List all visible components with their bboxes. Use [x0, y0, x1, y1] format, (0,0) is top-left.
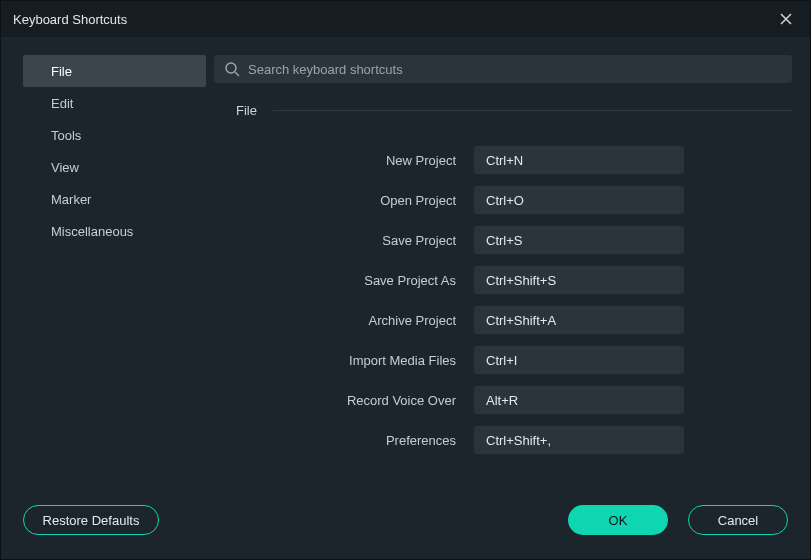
sidebar-item-label: View: [51, 160, 79, 175]
shortcut-row: Record Voice OverAlt+R: [214, 386, 792, 414]
sidebar-item-label: File: [51, 64, 72, 79]
shortcut-input[interactable]: Ctrl+O: [474, 186, 684, 214]
section-title: File: [236, 103, 273, 118]
shortcut-row: Open ProjectCtrl+O: [214, 186, 792, 214]
shortcut-input[interactable]: Ctrl+Shift+S: [474, 266, 684, 294]
sidebar-item-label: Edit: [51, 96, 73, 111]
shortcut-value: Ctrl+S: [486, 233, 522, 248]
shortcut-scroll-area: File New ProjectCtrl+NOpen ProjectCtrl+O…: [214, 103, 792, 489]
restore-defaults-label: Restore Defaults: [43, 513, 140, 528]
svg-line-1: [235, 72, 239, 76]
sidebar-item-edit[interactable]: Edit: [23, 87, 206, 119]
search-icon: [224, 61, 240, 77]
shortcut-value: Ctrl+Shift+S: [486, 273, 556, 288]
shortcut-row: Save ProjectCtrl+S: [214, 226, 792, 254]
shortcut-label: Archive Project: [214, 313, 474, 328]
dialog-title: Keyboard Shortcuts: [13, 12, 127, 27]
search-input[interactable]: [248, 62, 782, 77]
shortcut-row: Import Media FilesCtrl+I: [214, 346, 792, 374]
shortcut-label: Open Project: [214, 193, 474, 208]
sidebar-item-file[interactable]: File: [23, 55, 206, 87]
sidebar-item-miscellaneous[interactable]: Miscellaneous: [23, 215, 206, 247]
titlebar: Keyboard Shortcuts: [1, 1, 810, 37]
main-panel: File New ProjectCtrl+NOpen ProjectCtrl+O…: [206, 55, 810, 489]
shortcut-row: PreferencesCtrl+Shift+,: [214, 426, 792, 454]
section-divider: [273, 110, 792, 111]
shortcut-label: Preferences: [214, 433, 474, 448]
shortcut-value: Ctrl+Shift+A: [486, 313, 556, 328]
shortcut-input[interactable]: Ctrl+Shift+,: [474, 426, 684, 454]
sidebar-item-tools[interactable]: Tools: [23, 119, 206, 151]
shortcut-value: Ctrl+N: [486, 153, 523, 168]
restore-defaults-button[interactable]: Restore Defaults: [23, 505, 159, 535]
search-bar[interactable]: [214, 55, 792, 83]
shortcut-label: Record Voice Over: [214, 393, 474, 408]
shortcut-label: Save Project As: [214, 273, 474, 288]
shortcut-row: Save Project AsCtrl+Shift+S: [214, 266, 792, 294]
dialog-body: FileEditToolsViewMarkerMiscellaneous Fil…: [1, 37, 810, 489]
ok-button[interactable]: OK: [568, 505, 668, 535]
shortcut-value: Alt+R: [486, 393, 518, 408]
shortcut-value: Ctrl+I: [486, 353, 517, 368]
shortcut-value: Ctrl+O: [486, 193, 524, 208]
shortcut-input[interactable]: Ctrl+Shift+A: [474, 306, 684, 334]
sidebar-item-label: Miscellaneous: [51, 224, 133, 239]
shortcut-label: Save Project: [214, 233, 474, 248]
close-icon: [780, 13, 792, 25]
sidebar-item-marker[interactable]: Marker: [23, 183, 206, 215]
sidebar-item-label: Marker: [51, 192, 91, 207]
cancel-button[interactable]: Cancel: [688, 505, 788, 535]
svg-point-0: [226, 63, 236, 73]
shortcut-input[interactable]: Ctrl+N: [474, 146, 684, 174]
shortcut-label: Import Media Files: [214, 353, 474, 368]
shortcut-row: Archive ProjectCtrl+Shift+A: [214, 306, 792, 334]
shortcut-input[interactable]: Alt+R: [474, 386, 684, 414]
ok-label: OK: [609, 513, 628, 528]
sidebar-item-view[interactable]: View: [23, 151, 206, 183]
shortcut-row: New ProjectCtrl+N: [214, 146, 792, 174]
cancel-label: Cancel: [718, 513, 758, 528]
section-header: File: [214, 103, 792, 118]
shortcut-input[interactable]: Ctrl+S: [474, 226, 684, 254]
category-list: FileEditToolsViewMarkerMiscellaneous: [23, 55, 206, 247]
dialog-footer: Restore Defaults OK Cancel: [1, 489, 810, 559]
close-button[interactable]: [770, 1, 802, 37]
shortcut-input[interactable]: Ctrl+I: [474, 346, 684, 374]
shortcut-rows: New ProjectCtrl+NOpen ProjectCtrl+OSave …: [214, 146, 792, 454]
keyboard-shortcuts-dialog: Keyboard Shortcuts FileEditToolsViewMark…: [0, 0, 811, 560]
shortcut-label: New Project: [214, 153, 474, 168]
category-sidebar: FileEditToolsViewMarkerMiscellaneous: [1, 55, 206, 489]
sidebar-item-label: Tools: [51, 128, 81, 143]
shortcut-value: Ctrl+Shift+,: [486, 433, 551, 448]
